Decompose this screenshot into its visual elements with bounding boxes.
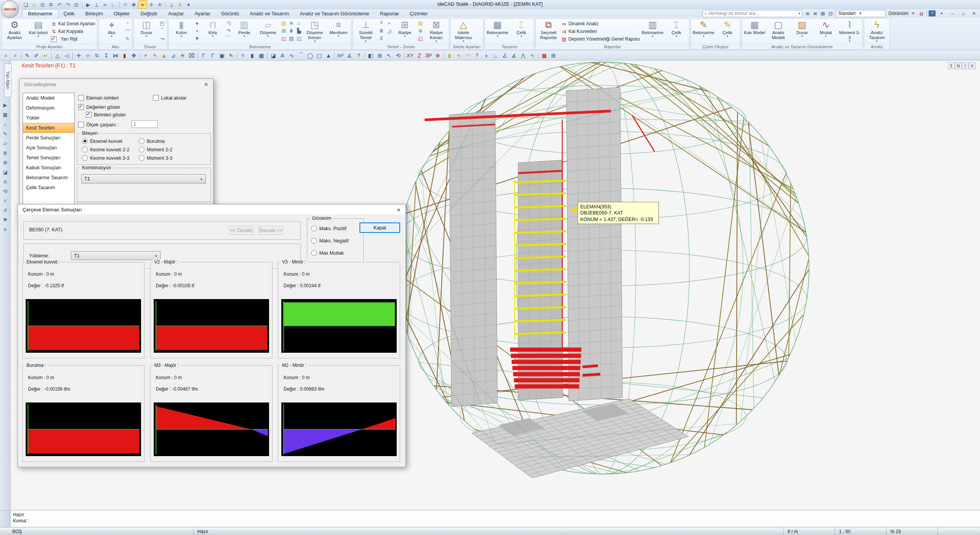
sketch-red-icon[interactable]: ✎ (227, 51, 236, 60)
tab-ara-lar[interactable]: Araçlar (163, 10, 189, 18)
corner-right-icon[interactable]: Γ (208, 51, 217, 60)
ribbon-mini-icon[interactable]: ◰ (158, 19, 166, 27)
dome-icon[interactable]: ◠ (463, 51, 473, 60)
extend-icon[interactable]: ⍀ (150, 51, 159, 60)
tile-windows-icon[interactable]: ⊞ (375, 51, 384, 60)
tab-raporlar[interactable]: Raporlar (374, 10, 404, 18)
axis-angle-icon[interactable]: ∠ (500, 51, 509, 60)
search-input[interactable]: ⌕ Herhangi bir komut ara... ▾ (703, 10, 802, 17)
radio-burulma[interactable]: Burulma (139, 138, 165, 144)
radio-icon[interactable] (139, 155, 144, 161)
scale-factor-input[interactable] (131, 120, 158, 128)
help-button[interactable]: ? (929, 10, 936, 16)
arc-icon[interactable]: ⌒ (296, 51, 305, 60)
block-icon[interactable]: ▮ (248, 51, 257, 60)
fillet-icon[interactable]: ⊿ (169, 51, 178, 60)
display-settings-icon[interactable]: ◘ (918, 10, 925, 17)
ribbon-mini-icon[interactable]: ⊕ (417, 27, 424, 34)
ribbon-mini-icon[interactable]: ◔ (123, 19, 131, 27)
ribbon-analiz-tasar-m[interactable]: ϟAnaliz Tasarım▾ (865, 19, 889, 43)
checkbox-birimleri-goster[interactable]: Birimleri göster (86, 112, 126, 118)
ribbon-mini-icon[interactable]: ● (193, 19, 201, 27)
checkbox-icon[interactable] (86, 112, 92, 118)
ribbon-radye-kenar[interactable]: ⊠Radye Kenarı▾ (424, 19, 448, 43)
checkbox-icon[interactable] (78, 95, 84, 101)
radio-icon[interactable] (311, 238, 317, 244)
ribbon-mini-icon[interactable]: Ⅲ (378, 27, 385, 34)
draw-line-icon[interactable]: ✐ (32, 51, 41, 60)
ribbon-mini-icon[interactable]: ≋ (287, 19, 295, 27)
radio-icon[interactable] (311, 250, 317, 256)
tab-analiz-ve-tasar-m[interactable]: Analiz ve Tasarım (245, 10, 294, 18)
search-dropdown-icon[interactable]: ▾ (798, 11, 800, 15)
storey-up-icon[interactable]: ≋ (804, 10, 811, 17)
ribbon-analiz-modeli[interactable]: ▢Analiz Modeli (767, 19, 790, 43)
list-item-betonarme-tasar-m[interactable]: Betonarme Tasarım (23, 173, 74, 183)
radio-kesme-22[interactable]: Kesme kuvveti 2-2 (82, 147, 130, 152)
radio-icon[interactable] (139, 147, 144, 152)
tab-izimler[interactable]: Çizimler (404, 10, 433, 18)
ribbon-mini-icon[interactable]: ⋕ (287, 27, 295, 34)
area-measure-icon[interactable]: m² (336, 51, 345, 60)
tab-de-i-tir[interactable]: Değiştir (135, 10, 163, 18)
restore-button[interactable]: □ (959, 10, 968, 16)
radio-kesme-33[interactable]: Kesme kuvveti 3-3 (82, 155, 130, 161)
ribbon-moment-3-3[interactable]: ⌇Moment 3-3▾ (838, 19, 862, 43)
render-tool-icon[interactable]: ◪ (0, 167, 10, 177)
ribbon-duvar[interactable]: ▨Duvar▾ (790, 19, 814, 43)
ribbon-mini-icon[interactable]: ∿ (123, 34, 131, 42)
scale-icon[interactable]: ▮ (120, 51, 129, 60)
ribbon-mini-icon[interactable]: ⌒ (158, 27, 166, 34)
ribbon-duvar[interactable]: ◫Duvar▾ (135, 19, 158, 43)
tab-elik[interactable]: Çelik (58, 10, 80, 18)
ribbon-mini-icon[interactable]: ◖ (193, 27, 201, 34)
image-icon[interactable]: ◪ (269, 51, 278, 60)
select-tool-icon[interactable]: ▶ (0, 100, 10, 110)
viewport-sum-icon[interactable]: Σ (948, 62, 955, 69)
rectangle-icon[interactable]: ▢ (315, 51, 324, 60)
rotate-icon[interactable]: ↻ (92, 51, 102, 60)
ribbon-kat-kuvvetleri[interactable]: ⇉Kat Kuvvetleri (561, 28, 640, 35)
grid-windows-icon[interactable]: ⊞ (549, 51, 558, 60)
ribbon-mini-icon[interactable]: ◿ (385, 27, 393, 34)
ribbon-kiri[interactable]: ⊓Kiriş▾ (201, 19, 225, 43)
close-drawing-icon[interactable]: ⊠ (819, 10, 827, 17)
radio-moment-33[interactable]: Moment 3-3 (139, 155, 172, 161)
slab-tool-icon[interactable]: ▱ (0, 139, 10, 148)
tab-objeler[interactable]: Objeler (108, 10, 135, 18)
ribbon-mini-icon[interactable]: ⊞ (280, 27, 287, 34)
circle-icon[interactable]: ◯ (305, 51, 315, 60)
minimize-button[interactable]: ‒ (948, 10, 957, 16)
list-item-kesit-tesirleri[interactable]: Kesit Tesirleri (23, 123, 74, 133)
ribbon-se-meli-raporlar[interactable]: ⧉Seçmeli Raporlar (537, 19, 560, 43)
radio-icon[interactable] (82, 155, 88, 161)
close-button[interactable]: ✕ (969, 10, 978, 16)
drawing-canvas[interactable]: Yapı Ağacı ▶▦⌂✎▱≣⊞◪A⟲⌗↺⚑✛ Kesit Tesirler… (0, 61, 980, 510)
ribbon-mini-icon[interactable]: ⌐ (385, 19, 393, 27)
ribbon-elik[interactable]: ⌶Çelik▾ (665, 19, 688, 43)
region-icon[interactable]: ▣ (217, 51, 227, 60)
ribbon-mini-icon[interactable]: ▼ (193, 34, 201, 42)
ribbon-mini-icon[interactable]: ▤ (280, 19, 287, 27)
ribbon-mini-icon[interactable]: ↷ (225, 27, 232, 34)
style-select[interactable]: Standart ▼ (836, 10, 886, 17)
ribbon-betonarme[interactable]: ▥Betonarme▾ (641, 19, 665, 43)
tab-g-r-nt[interactable]: Görüntü (216, 10, 245, 18)
radio-icon[interactable] (139, 138, 144, 144)
zoom-window-icon[interactable]: ⌕ (2, 51, 11, 60)
project-tree-icon[interactable]: ▦ (0, 110, 10, 119)
combination-combobox[interactable]: T1 ∨ (81, 174, 206, 183)
tab-ayarlar[interactable]: Ayarlar (189, 10, 216, 18)
radio-maks-negatif[interactable]: Maks. Negatif (311, 238, 348, 244)
checkbox-lokal-akslar[interactable]: Lokal akslar (153, 95, 187, 101)
angle-measure-icon[interactable]: △ (53, 51, 62, 60)
drop-elevation-icon[interactable]: ↧ (102, 51, 111, 60)
checkbox-icon[interactable] (78, 122, 84, 128)
list-item-elik-tasar-m[interactable]: Çelik Tasarım (23, 183, 74, 193)
list-item-temel-sonu-lar[interactable]: Temel Sonuçları (23, 153, 74, 163)
query-icon[interactable]: ? (354, 51, 363, 60)
app-logo[interactable]: ideCAD (1, 0, 19, 18)
zoom-dynamic-icon[interactable]: ⌕ (11, 51, 20, 60)
section-icon[interactable]: ◗ (482, 51, 491, 60)
rotate-view-icon[interactable]: ⟲ (0, 187, 10, 196)
